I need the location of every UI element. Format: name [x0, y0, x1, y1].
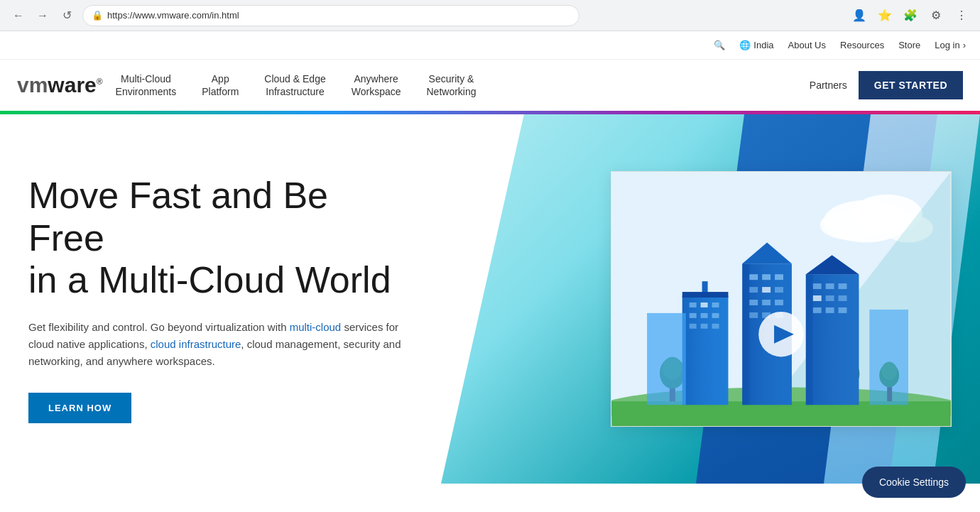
- svg-rect-30: [762, 300, 771, 305]
- nav-app-platform[interactable]: AppPlatform: [189, 60, 251, 111]
- hero-title: Move Fast and Be Free in a Multi-Cloud W…: [28, 175, 412, 302]
- svg-rect-45: [690, 324, 697, 329]
- url-text: https://www.vmware.com/in.html: [107, 10, 239, 21]
- login-label: Log in: [935, 40, 959, 50]
- nav-right: Partners GET STARTED: [810, 71, 963, 99]
- hero-title-line2: in a Multi-Cloud World: [28, 259, 391, 300]
- svg-rect-44: [712, 313, 719, 318]
- svg-rect-28: [775, 287, 783, 293]
- svg-rect-53: [839, 283, 847, 289]
- logo-ware: ware: [48, 73, 96, 97]
- city-svg: [611, 172, 951, 426]
- svg-rect-49: [806, 274, 859, 405]
- svg-rect-62: [742, 263, 749, 405]
- browser-chrome: ← → ↺ 🔒 https://www.vmware.com/in.html 👤…: [0, 0, 980, 31]
- svg-rect-24: [762, 274, 771, 280]
- about-us-link[interactable]: About Us: [788, 40, 826, 50]
- svg-rect-32: [749, 312, 758, 318]
- hero-description: Get flexibility and control. Go beyond v…: [28, 319, 412, 370]
- svg-rect-26: [749, 287, 758, 293]
- svg-rect-39: [690, 303, 697, 307]
- svg-rect-25: [775, 274, 783, 280]
- main-nav: vmware® Multi-CloudEnvironments AppPlatf…: [0, 60, 980, 111]
- svg-rect-23: [749, 274, 758, 280]
- browser-icons-right: 👤 ⭐ 🧩 ⚙ ⋮: [849, 6, 971, 26]
- store-link[interactable]: Store: [898, 40, 920, 50]
- nav-anywhere-workspace-label: AnywhereWorkspace: [352, 72, 401, 98]
- refresh-button[interactable]: ↺: [57, 6, 77, 26]
- svg-rect-63: [806, 274, 813, 405]
- login-link[interactable]: Log in ›: [935, 40, 966, 50]
- svg-rect-46: [701, 324, 708, 329]
- address-bar[interactable]: 🔒 https://www.vmware.com/in.html: [82, 5, 579, 26]
- city-illustration[interactable]: [611, 171, 952, 427]
- star-icon[interactable]: ⭐: [875, 6, 895, 26]
- hero-section: Move Fast and Be Free in a Multi-Cloud W…: [0, 114, 980, 484]
- search-icon: 🔍: [714, 40, 725, 50]
- login-arrow: ›: [963, 40, 966, 50]
- globe-icon: 🌐: [739, 40, 751, 50]
- lock-icon: 🔒: [92, 10, 103, 21]
- profile-icon[interactable]: 👤: [849, 6, 869, 26]
- browser-nav-buttons: ← → ↺: [9, 6, 77, 26]
- svg-rect-51: [813, 283, 822, 289]
- back-button[interactable]: ←: [9, 6, 28, 26]
- svg-rect-7: [611, 401, 950, 426]
- svg-rect-60: [647, 313, 686, 405]
- get-started-button[interactable]: GET STARTED: [859, 71, 963, 99]
- multi-cloud-link[interactable]: multi-cloud: [290, 321, 342, 333]
- svg-rect-29: [749, 300, 758, 305]
- cloud-infrastructure-link[interactable]: cloud infrastructure: [151, 338, 241, 350]
- search-button[interactable]: 🔍: [714, 40, 725, 50]
- region-label: India: [753, 40, 773, 50]
- svg-rect-47: [712, 324, 719, 329]
- nav-security-networking[interactable]: Security &Networking: [414, 60, 489, 111]
- svg-rect-31: [775, 300, 783, 305]
- svg-rect-36: [682, 295, 729, 405]
- resources-link[interactable]: Resources: [840, 40, 884, 50]
- cookie-settings-button[interactable]: Cookie Settings: [862, 467, 966, 484]
- svg-rect-61: [869, 310, 908, 405]
- nav-security-networking-label: Security &Networking: [427, 72, 477, 98]
- nav-items: Multi-CloudEnvironments AppPlatform Clou…: [103, 60, 810, 111]
- partners-link[interactable]: Partners: [810, 80, 847, 91]
- svg-rect-40: [701, 303, 708, 307]
- svg-point-3: [820, 209, 884, 241]
- svg-rect-54: [813, 295, 822, 301]
- hero-content: Move Fast and Be Free in a Multi-Cloud W…: [0, 132, 440, 466]
- logo-vm: vm: [17, 73, 48, 97]
- svg-rect-43: [701, 313, 708, 318]
- svg-rect-55: [826, 295, 834, 301]
- nav-cloud-edge[interactable]: Cloud & EdgeInfrastructure: [251, 60, 338, 111]
- nav-app-platform-label: AppPlatform: [202, 72, 239, 98]
- logo-registered: ®: [97, 77, 103, 87]
- svg-rect-38: [682, 292, 729, 298]
- nav-anywhere-workspace[interactable]: AnywhereWorkspace: [339, 60, 414, 111]
- region-selector[interactable]: 🌐 India: [739, 40, 773, 50]
- forward-button[interactable]: →: [33, 6, 53, 26]
- svg-rect-41: [712, 303, 719, 307]
- svg-rect-56: [839, 295, 847, 301]
- svg-rect-42: [690, 313, 697, 318]
- vmware-logo[interactable]: vmware®: [17, 73, 103, 97]
- learn-how-button[interactable]: LEARN HOW: [28, 393, 131, 423]
- hero-title-line1: Move Fast and Be Free: [28, 175, 328, 258]
- cookie-bar: Cookie Settings: [862, 467, 966, 484]
- svg-rect-27: [762, 287, 771, 293]
- svg-rect-57: [813, 307, 822, 313]
- extension-icon[interactable]: 🧩: [900, 6, 920, 26]
- nav-multi-cloud[interactable]: Multi-CloudEnvironments: [103, 60, 190, 111]
- svg-rect-59: [839, 307, 847, 313]
- svg-rect-58: [826, 307, 834, 313]
- nav-multi-cloud-label: Multi-CloudEnvironments: [116, 72, 177, 98]
- top-bar: 🔍 🌐 India About Us Resources Store Log i…: [0, 31, 980, 60]
- svg-rect-52: [826, 283, 834, 289]
- settings-icon[interactable]: ⚙: [926, 6, 946, 26]
- nav-cloud-edge-label: Cloud & EdgeInfrastructure: [264, 72, 325, 98]
- menu-icon[interactable]: ⋮: [952, 6, 971, 26]
